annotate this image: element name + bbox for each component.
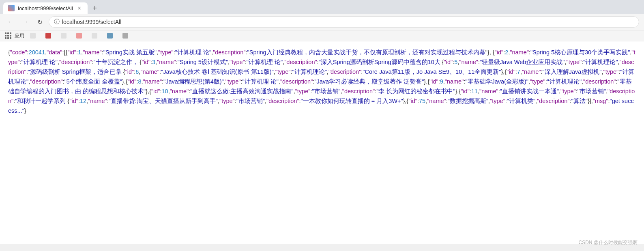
bookmark-item-7[interactable] [120,32,132,39]
bookmark-item-6[interactable] [105,32,117,39]
tab-bar: localhost:9999/selectAll × + [0,0,644,14]
watermark: CSDN @什么时候能变强啊 [578,239,638,244]
bookmark-favicon-4 [76,33,82,39]
code-value: 20041 [29,49,45,56]
bookmark-item-5[interactable] [89,32,101,39]
tab-favicon [8,5,15,11]
bookmark-favicon-2 [45,33,51,39]
address-text: localhost:9999/selectAll [62,19,121,25]
secure-icon: ⓘ [54,18,60,26]
forward-icon: → [22,18,28,26]
bookmark-favicon-6 [107,33,113,39]
tab-title: localhost:9999/selectAll [18,5,73,11]
browser-chrome: localhost:9999/selectAll × + ← → ↻ ⓘ loc… [0,0,644,41]
bookmark-item-3[interactable] [58,32,71,39]
bookmark-favicon-1 [30,33,36,39]
data-key: "data" [47,49,62,56]
bookmark-favicon-7 [122,33,128,39]
new-tab-button[interactable]: + [89,2,101,14]
refresh-icon: ↻ [37,18,43,26]
address-bar[interactable]: ⓘ localhost:9999/selectAll [49,16,639,28]
apps-label: 应用 [15,32,24,39]
back-button[interactable]: ← [5,16,16,28]
bookmark-item-4[interactable] [74,32,86,39]
active-tab[interactable]: localhost:9999/selectAll × [3,2,88,14]
bookmarks-bar: 应用 [0,30,644,41]
tab-close-button[interactable]: × [76,5,83,11]
bookmark-item-2[interactable] [43,32,55,39]
refresh-button[interactable]: ↻ [34,16,45,28]
bookmark-favicon-3 [61,33,67,39]
nav-bar: ← → ↻ ⓘ localhost:9999/selectAll [0,14,644,30]
bookmark-item-1[interactable] [28,32,40,39]
bookmark-favicon-5 [92,33,97,39]
content-area: {"code":20041,"data":[{"id":1,"name":"Sp… [0,41,644,244]
apps-icon [5,32,11,39]
code-key: "code" [10,49,27,56]
back-icon: ← [7,18,14,26]
forward-button[interactable]: → [19,16,31,28]
json-response: {"code":20041,"data":[{"id":1,"name":"Sp… [8,48,636,116]
